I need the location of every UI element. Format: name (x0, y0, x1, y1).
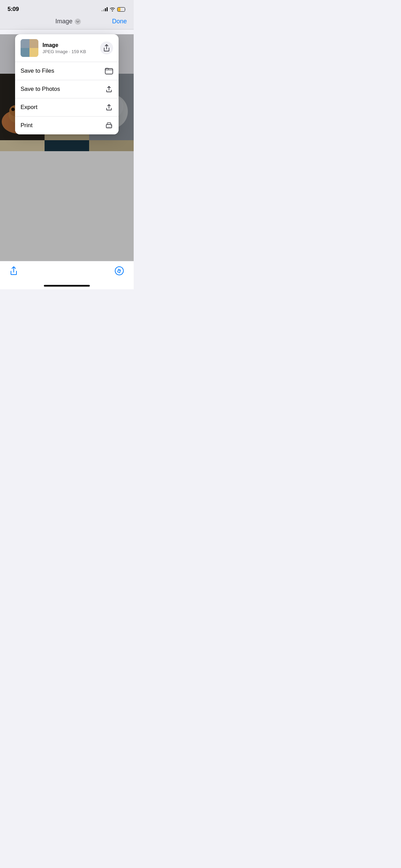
status-time: 5:09 (8, 6, 19, 13)
nav-title: Image (55, 18, 72, 25)
nav-title-area[interactable]: Image (55, 18, 81, 25)
save-to-photos-label: Save to Photos (21, 86, 60, 93)
image-filename: Image (42, 42, 96, 48)
svg-rect-46 (107, 126, 111, 128)
save-to-files-label: Save to Files (21, 68, 54, 74)
done-button[interactable]: Done (112, 18, 127, 25)
svg-rect-44 (105, 69, 113, 74)
photos-icon (105, 85, 113, 93)
status-bar: 5:09 (0, 0, 134, 15)
svg-point-49 (119, 270, 120, 271)
status-icons (101, 7, 126, 12)
annotate-toolbar-icon (114, 266, 124, 276)
image-filetype: JPEG Image · 159 KB (42, 49, 96, 54)
export-icon (105, 103, 113, 111)
home-indicator (44, 285, 90, 287)
share-button-circle[interactable] (100, 41, 113, 55)
export-item[interactable]: Export (15, 98, 119, 117)
annotate-toolbar-button[interactable] (114, 266, 124, 276)
export-label: Export (21, 104, 37, 111)
wifi-icon (110, 7, 115, 11)
share-icon (103, 44, 110, 52)
files-icon (105, 67, 113, 75)
nav-bar: Image Done (0, 15, 134, 29)
image-thumbnail (21, 39, 38, 57)
save-to-files-item[interactable]: Save to Files (15, 62, 119, 80)
svg-rect-1 (118, 8, 121, 11)
signal-icon (101, 7, 108, 11)
chevron-down-icon[interactable] (75, 19, 81, 25)
dropdown-menu: Image JPEG Image · 159 KB Save to Files … (15, 34, 119, 134)
image-info-row: Image JPEG Image · 159 KB (15, 34, 119, 62)
save-to-photos-item[interactable]: Save to Photos (15, 80, 119, 98)
print-icon (105, 121, 113, 130)
share-toolbar-button[interactable] (10, 266, 18, 276)
battery-icon (117, 7, 126, 12)
svg-point-47 (111, 125, 111, 126)
print-item[interactable]: Print (15, 117, 119, 134)
image-meta: Image JPEG Image · 159 KB (42, 42, 96, 54)
print-label: Print (21, 122, 33, 129)
share-toolbar-icon (10, 266, 18, 276)
